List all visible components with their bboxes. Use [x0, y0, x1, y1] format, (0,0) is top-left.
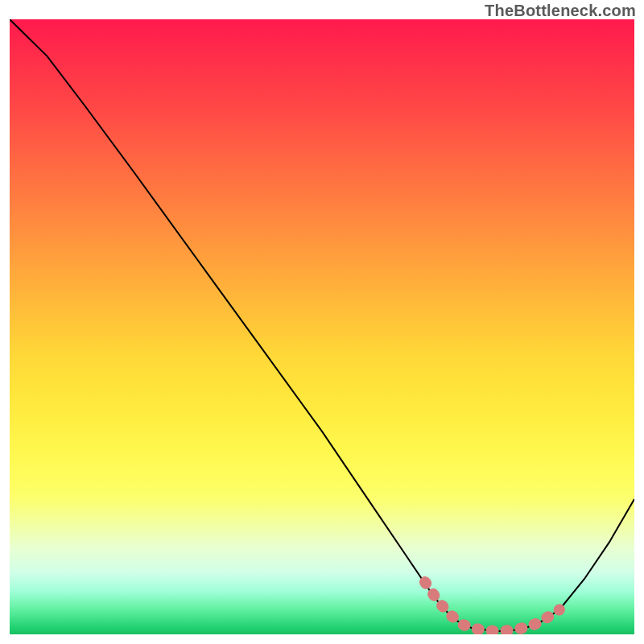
highlight-stroke — [425, 582, 559, 631]
highlight-dot — [555, 605, 564, 614]
plot-area — [10, 19, 634, 634]
bottleneck-curve — [10, 19, 634, 631]
curve-layer — [10, 19, 634, 634]
chart-container: TheBottleneck.com — [0, 0, 644, 644]
highlight-dot — [420, 577, 430, 587]
watermark-text: TheBottleneck.com — [485, 2, 636, 20]
highlight-band — [420, 577, 564, 631]
